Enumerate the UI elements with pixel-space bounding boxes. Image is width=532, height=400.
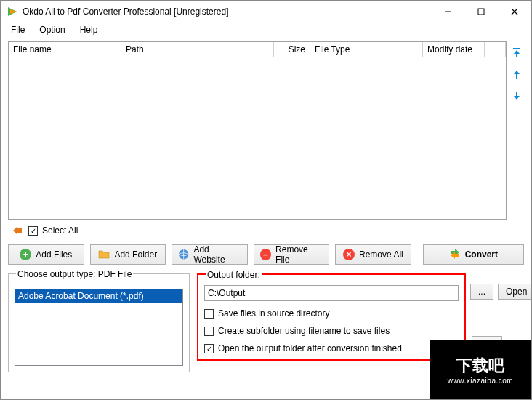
menu-help[interactable]: Help	[74, 23, 104, 36]
remove-all-button[interactable]: × Remove All	[335, 244, 411, 265]
col-size[interactable]: Size	[274, 42, 310, 57]
output-type-legend: Choose output type: PDF File	[16, 269, 133, 279]
col-filename[interactable]: File name	[9, 42, 121, 57]
table-header: File name Path Size File Type Modify dat…	[9, 42, 506, 57]
globe-icon	[178, 249, 189, 260]
convert-label: Convert	[465, 249, 498, 260]
menu-file[interactable]: File	[5, 23, 31, 36]
browse-button[interactable]: ...	[470, 284, 493, 300]
add-files-label: Add Files	[36, 249, 72, 260]
x-icon: ×	[343, 249, 355, 260]
create-subfolder-checkbox[interactable]	[204, 327, 214, 336]
col-path[interactable]: Path	[121, 42, 274, 57]
col-filetype[interactable]: File Type	[310, 42, 423, 57]
minus-icon: –	[260, 249, 271, 260]
output-folder-panel: Output folder: Save files in source dire…	[197, 273, 466, 361]
save-source-checkbox[interactable]	[204, 309, 214, 319]
remove-file-label: Remove File	[275, 244, 323, 265]
col-modify[interactable]: Modify date	[423, 42, 485, 57]
add-files-button[interactable]: + Add Files	[8, 244, 84, 265]
watermark-text: 下载吧	[456, 355, 504, 377]
open-after-label: Open the output folder after conversion …	[218, 343, 402, 353]
open-after-checkbox[interactable]: ✓	[204, 344, 214, 353]
move-top-icon[interactable]	[510, 46, 523, 59]
remove-all-label: Remove All	[359, 249, 403, 260]
app-icon	[7, 6, 18, 17]
output-folder-legend: Output folder:	[206, 270, 262, 280]
window-title: Okdo All to Pdf Converter Professional […	[23, 7, 431, 17]
watermark: 下载吧 www.xiazaiba.com	[430, 340, 531, 399]
move-up-icon[interactable]	[510, 68, 523, 81]
output-type-item[interactable]: Adobe Acrobat Document (*.pdf)	[15, 289, 182, 303]
output-folder-input[interactable]	[204, 285, 459, 301]
title-bar: Okdo All to Pdf Converter Professional […	[1, 1, 531, 23]
add-folder-label: Add Folder	[114, 249, 157, 260]
svg-rect-4	[513, 48, 520, 49]
close-button[interactable]	[498, 1, 531, 23]
output-type-list[interactable]: Adobe Acrobat Document (*.pdf)	[15, 289, 183, 366]
create-subfolder-label: Create subfolder using filename to save …	[218, 326, 390, 336]
select-all-label: Select All	[42, 225, 78, 236]
reorder-controls	[509, 41, 524, 220]
up-arrow-icon[interactable]	[11, 224, 24, 237]
menu-bar: File Option Help	[1, 23, 531, 37]
move-down-icon[interactable]	[510, 89, 523, 103]
open-folder-button[interactable]: Open	[498, 284, 532, 300]
file-table[interactable]: File name Path Size File Type Modify dat…	[8, 41, 507, 220]
maximize-button[interactable]	[464, 1, 498, 23]
output-type-panel: Choose output type: PDF File Adobe Acrob…	[8, 273, 190, 372]
add-website-label: Add Website	[193, 244, 241, 265]
col-spacer	[485, 42, 506, 57]
add-website-button[interactable]: Add Website	[172, 244, 248, 265]
watermark-url: www.xiazaiba.com	[448, 377, 513, 385]
menu-option[interactable]: Option	[33, 23, 70, 36]
table-body[interactable]	[9, 57, 506, 219]
save-source-label: Save files in source directory	[218, 308, 329, 319]
remove-file-button[interactable]: – Remove File	[254, 244, 330, 265]
convert-icon	[449, 248, 461, 262]
svg-rect-1	[478, 9, 484, 15]
plus-icon: +	[20, 249, 31, 260]
select-all-checkbox[interactable]: ✓	[28, 226, 38, 236]
add-folder-button[interactable]: Add Folder	[90, 244, 166, 265]
folder-icon	[98, 249, 110, 260]
minimize-button[interactable]	[431, 1, 464, 23]
convert-button[interactable]: Convert	[423, 244, 524, 265]
